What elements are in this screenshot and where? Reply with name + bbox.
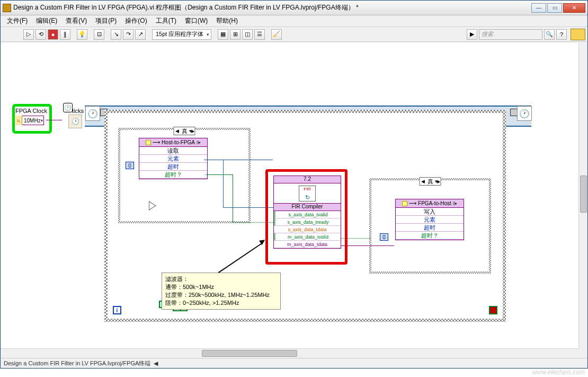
not-primitive[interactable] [149, 201, 156, 211]
reorder-button[interactable]: ☰ [254, 29, 265, 40]
toolbar: ▷ ⟲ ● ‖ 💡 ⊡ ↘ ↷ ↗ 15pt 应用程序字体 ▦ ⊞ ◫ ☰ 🧹 … [1, 27, 587, 42]
fifo-title: Host-to-FPGA [162, 139, 195, 145]
wire [46, 120, 62, 120]
stop-terminal[interactable] [489, 306, 497, 314]
minimize-button[interactable]: — [531, 3, 546, 13]
wire [223, 160, 224, 207]
comment-line: 通带：500k~1MHz [165, 283, 277, 291]
menu-file[interactable]: 文件(F) [4, 15, 31, 27]
zero-constant[interactable]: 0 [126, 162, 134, 169]
tag-icon [146, 140, 151, 145]
help-button[interactable]: ? [556, 29, 567, 40]
step-into-button[interactable]: ↘ [111, 29, 121, 40]
search-area: ▶ 搜索 🔍 ? [467, 29, 585, 40]
wire [341, 246, 394, 246]
fifo-header: ⟶ Host-to-FPGA ⦀▸ [139, 138, 207, 147]
search-icon[interactable]: 🔍 [544, 29, 555, 40]
ticks-control[interactable]: 🕑 [68, 115, 82, 128]
app-window: Design a Custom FIR Filter in LV FPGA (F… [0, 0, 588, 369]
ticks-label: ticks [72, 108, 84, 114]
zero-constant[interactable]: 0 [380, 233, 388, 241]
titlebar: Design a Custom FIR Filter in LV FPGA (F… [1, 1, 587, 15]
comment-line: 阻带：0~250kHz, >1.25MHz [165, 299, 277, 307]
fpga-clock-value: 10MHz [24, 118, 41, 124]
menu-help[interactable]: 帮助(H) [213, 15, 241, 27]
fpga-to-host-fifo[interactable]: ⟶ FPGA-to-Host ⦀▸ 写入 元素 超时 超时？ [395, 199, 464, 240]
status-sep-icon: ◀ [154, 360, 158, 367]
fpga-clock-control[interactable]: 10MHz [15, 116, 44, 125]
search-go-icon[interactable]: ▶ [467, 29, 477, 40]
fifo-row: 超时？ [139, 171, 207, 179]
fifo-row: 超时 [396, 224, 464, 232]
highlight-fir-compiler [265, 169, 348, 265]
scroll-thumb[interactable] [580, 176, 587, 213]
fifo-row: 超时？ [396, 232, 464, 240]
align-button[interactable]: ▦ [218, 29, 228, 40]
ticks-clock-icon [63, 103, 73, 112]
fifo-title: FPGA-to-Host [418, 200, 451, 206]
abort-button[interactable]: ● [48, 29, 58, 40]
menu-project[interactable]: 项目(P) [92, 15, 120, 27]
block-diagram-area: FPGA Clock 10MHz ticks 🕑 i T [1, 43, 587, 357]
search-input[interactable]: 搜索 [479, 29, 542, 40]
scroll-thumb[interactable] [202, 350, 297, 357]
filter-spec-comment: 滤波器： 通带：500k~1MHz 过度带：250k~500kHz, 1MHz~… [162, 273, 281, 310]
pause-button[interactable]: ‖ [60, 29, 70, 40]
status-path: Design a Custom FIR Filter in LV FPGA.lv… [4, 360, 150, 367]
distribute-button[interactable]: ⊞ [230, 29, 240, 40]
comment-line: 过度带：250k~500kHz, 1MHz~1.25MHz [165, 291, 277, 299]
case-selector[interactable]: 真 [420, 177, 441, 186]
menu-edit[interactable]: 编辑(E) [33, 15, 60, 27]
retain-wire-button[interactable]: ⊡ [94, 29, 104, 40]
fifo-row: 元素 [139, 155, 207, 163]
status-bar: Design a Custom FIR Filter in LV FPGA.lv… [1, 358, 587, 368]
window-title: Design a Custom FIR Filter in LV FPGA (F… [13, 3, 531, 12]
fpga-clock-label: FPGA Clock [15, 108, 47, 114]
fifo-row: 元素 [396, 216, 464, 224]
iteration-terminal[interactable]: i [113, 306, 121, 314]
app-icon [3, 4, 11, 12]
font-label: 15pt 应用程序字体 [156, 30, 203, 38]
vi-icon[interactable] [571, 29, 585, 40]
comment-line: 滤波器： [165, 275, 277, 283]
clock-icon [85, 106, 100, 121]
fifo-row: 写入 [396, 208, 464, 216]
fifo-row: 超时 [139, 163, 207, 171]
run-cont-button[interactable]: ⟲ [35, 29, 46, 40]
host-to-fpga-fifo[interactable]: ⟶ Host-to-FPGA ⦀▸ 读取 元素 超时 超时？ [139, 138, 208, 179]
watermark: www.elecfans.com [509, 355, 588, 376]
window-controls: — ▭ ✕ [531, 3, 585, 13]
resize-button[interactable]: ◫ [242, 29, 253, 40]
font-selector[interactable]: 15pt 应用程序字体 [152, 29, 211, 40]
wire [206, 174, 233, 175]
fifo-row: 读取 [139, 147, 207, 155]
wire [204, 160, 273, 160]
sctl-right-node [510, 109, 518, 116]
wire [233, 174, 233, 222]
cleanup-button[interactable]: 🧹 [271, 29, 282, 40]
step-out-button[interactable]: ↗ [135, 29, 146, 40]
scrollbar-horizontal[interactable] [1, 348, 578, 357]
fifo-header: ⟶ FPGA-to-Host ⦀▸ [396, 199, 464, 208]
case-structure-right[interactable]: ⟶ FPGA-to-Host ⦀▸ 写入 元素 超时 超时？ 0 真 [369, 178, 491, 274]
menu-view[interactable]: 查看(V) [63, 15, 90, 27]
tag-icon [402, 201, 407, 206]
maximize-button[interactable]: ▭ [547, 3, 562, 13]
clock-icon [517, 106, 532, 121]
case-structure-left[interactable]: ⟶ Host-to-FPGA ⦀▸ 读取 元素 超时 超时？ 0 真 [118, 128, 251, 223]
menu-window[interactable]: 窗口(W) [182, 15, 211, 27]
menu-operate[interactable]: 操作(O) [122, 15, 150, 27]
run-button[interactable]: ▷ [23, 29, 34, 40]
block-diagram-canvas[interactable]: FPGA Clock 10MHz ticks 🕑 i T [1, 43, 587, 357]
highlight-button[interactable]: 💡 [77, 29, 87, 40]
menu-tools[interactable]: 工具(T) [153, 15, 180, 27]
close-button[interactable]: ✕ [563, 3, 585, 13]
menubar: 文件(F) 编辑(E) 查看(V) 项目(P) 操作(O) 工具(T) 窗口(W… [1, 15, 587, 27]
case-selector[interactable]: 真 [174, 127, 195, 135]
scrollbar-vertical[interactable] [578, 43, 587, 348]
step-over-button[interactable]: ↷ [123, 29, 133, 40]
